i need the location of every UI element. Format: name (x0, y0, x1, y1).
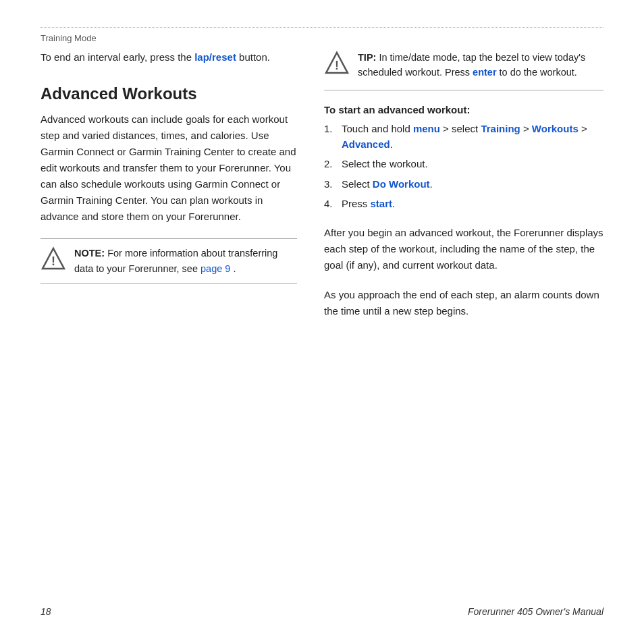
svg-text:!: ! (335, 59, 339, 72)
left-column: To end an interval early, press the lap/… (41, 50, 297, 599)
step-4-text: Press start. (342, 196, 603, 211)
warning-icon: ! (41, 246, 66, 271)
tip-text: TIP: In time/date mode, tap the bezel to… (358, 50, 603, 80)
steps-list: 1. Touch and hold menu > select Training… (324, 121, 603, 211)
after-para-2: As you approach the end of each step, an… (324, 287, 603, 319)
instructions-title: To start an advanced workout: (324, 104, 603, 115)
step-1-text: Touch and hold menu > select Training > … (342, 121, 603, 153)
step-2-text: Select the workout. (342, 156, 603, 171)
right-column: ! TIP: In time/date mode, tap the bezel … (324, 50, 603, 599)
note-body: For more information about transferring … (74, 248, 277, 273)
note-link[interactable]: page 9 (200, 263, 230, 274)
step-2: 2. Select the workout. (324, 156, 603, 171)
note-text: NOTE: For more information about transfe… (74, 246, 297, 276)
tip-enter-link[interactable]: enter (473, 67, 496, 78)
interval-paragraph: To end an interval early, press the lap/… (41, 50, 297, 65)
step-3: 3. Select Do Workout. (324, 176, 603, 192)
step-4-start-link: start (371, 198, 393, 209)
svg-text:!: ! (51, 254, 55, 268)
body-paragraph: Advanced workouts can include goals for … (41, 111, 297, 225)
interval-text-suffix: button. (239, 51, 270, 63)
note-suffix: . (233, 263, 236, 274)
page-footer: 18 Forerunner 405 Owner's Manual (41, 599, 603, 617)
step-1-num: 1. (324, 121, 336, 136)
step-4-num: 4. (324, 196, 336, 211)
interval-text-prefix: To end an interval early, press the (41, 51, 192, 63)
step-3-text: Select Do Workout. (342, 176, 603, 192)
step-1-workouts-link: Workouts (532, 123, 579, 134)
note-label: NOTE: (74, 248, 105, 259)
tip-box: ! TIP: In time/date mode, tap the bezel … (324, 50, 603, 90)
section-title: Advanced Workouts (41, 84, 297, 104)
step-4: 4. Press start. (324, 196, 603, 211)
tip-label: TIP: (358, 52, 376, 63)
step-3-do-workout-link: Do Workout (373, 178, 430, 190)
tip-suffix: to do the workout. (500, 67, 577, 78)
note-box: ! NOTE: For more information about trans… (41, 238, 297, 284)
step-1-advanced-link: Advanced (342, 138, 390, 150)
tip-icon: ! (324, 50, 350, 76)
page-number: 18 (41, 606, 51, 617)
step-2-num: 2. (324, 156, 336, 171)
breadcrumb: Training Mode (41, 27, 603, 43)
breadcrumb-text: Training Mode (41, 33, 97, 43)
after-para-1: After you begin an advanced workout, the… (324, 225, 603, 273)
footer-manual-title: Forerunner 405 Owner's Manual (468, 606, 603, 617)
step-1: 1. Touch and hold menu > select Training… (324, 121, 603, 153)
lap-reset-link[interactable]: lap/reset (194, 51, 236, 63)
step-1-menu-link: menu (413, 123, 440, 134)
step-1-training-link: Training (481, 123, 520, 134)
step-3-num: 3. (324, 176, 336, 192)
